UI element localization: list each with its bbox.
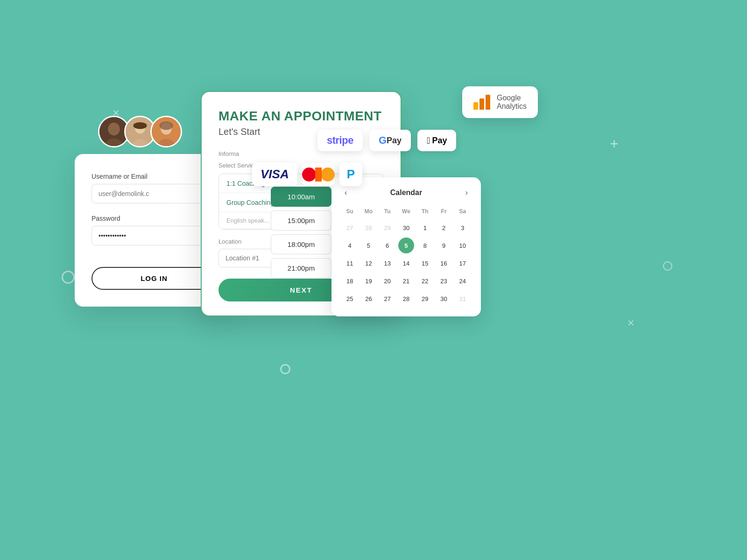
avatar-3 <box>150 116 182 147</box>
cal-header-fr: Fr <box>435 206 452 218</box>
cal-day-21[interactable]: 21 <box>398 273 414 289</box>
cal-day-20[interactable]: 20 <box>380 273 395 289</box>
mastercard-badge <box>302 163 335 186</box>
username-label: Username or Email <box>92 173 217 180</box>
cal-day-6[interactable]: 6 <box>380 238 395 253</box>
avatar-group <box>98 116 182 147</box>
time-slot-2[interactable]: 15:00pm <box>271 210 331 231</box>
stripe-badge: stripe <box>317 130 363 151</box>
ga-bar-2 <box>479 98 484 110</box>
cal-day-9[interactable]: 9 <box>436 238 452 253</box>
gpay-g: G <box>379 134 387 147</box>
login-button[interactable]: LOG IN <box>92 267 217 290</box>
cal-day-1[interactable]: 1 <box>417 220 433 236</box>
cal-day-27[interactable]: 27 <box>380 291 395 307</box>
cal-day-13[interactable]: 13 <box>380 255 395 271</box>
cal-day-today[interactable]: 5 <box>398 238 414 253</box>
cal-day-29-prev: 29 <box>380 220 395 236</box>
password-label: Password <box>92 215 217 222</box>
deco-plus-1: + <box>610 135 619 153</box>
cal-header-th: Th <box>416 206 434 218</box>
cal-day-3[interactable]: 3 <box>455 220 471 236</box>
cal-title: Calendar <box>390 189 422 197</box>
mc-red-circle <box>302 168 316 182</box>
cal-prev[interactable]: ‹ <box>341 187 351 199</box>
deco-circle-3 <box>663 261 672 271</box>
paypal-icon: P <box>347 167 355 182</box>
time-slot-3[interactable]: 18:00pm <box>271 234 331 254</box>
password-input[interactable] <box>92 226 217 245</box>
deco-circle-4 <box>280 364 290 374</box>
cal-day-25[interactable]: 25 <box>342 291 358 307</box>
cal-day-22[interactable]: 22 <box>417 273 433 289</box>
cal-header: ‹ Calendar › <box>341 187 472 199</box>
deco-circle-2 <box>62 271 75 284</box>
cal-header-tu: Tu <box>379 206 396 218</box>
cal-day-28[interactable]: 28 <box>398 291 414 307</box>
visa-label: VISA <box>261 167 289 182</box>
cal-next[interactable]: › <box>462 187 472 199</box>
cal-day-30[interactable]: 30 <box>436 291 452 307</box>
cal-day-16[interactable]: 16 <box>436 255 452 271</box>
cal-header-we: We <box>397 206 415 218</box>
calendar-card: ‹ Calendar › Su Mo Tu We Th Fr Sa 27 28 … <box>331 177 481 316</box>
cal-header-sa: Sa <box>454 206 472 218</box>
ga-bar-3 <box>486 95 490 110</box>
username-input[interactable] <box>92 184 217 203</box>
cal-day-24[interactable]: 24 <box>455 273 471 289</box>
ga-analytics-label: Analytics <box>497 102 527 111</box>
cal-day-29[interactable]: 29 <box>417 291 433 307</box>
cal-grid: Su Mo Tu We Th Fr Sa 27 28 29 30 1 2 3 4… <box>341 206 472 307</box>
gpay-text: Pay <box>387 136 402 146</box>
mc-overlap <box>315 168 322 182</box>
cal-day-10[interactable]: 10 <box>455 238 471 253</box>
gpay-badge: G Pay <box>369 130 411 151</box>
visa-badge: VISA <box>252 162 297 186</box>
cal-day-5[interactable]: 5 <box>360 238 376 253</box>
time-slot-1[interactable]: 10:00am <box>271 187 331 207</box>
cal-day-18[interactable]: 18 <box>342 273 358 289</box>
cal-day-12[interactable]: 12 <box>360 255 376 271</box>
ga-text: Google Analytics <box>497 94 527 111</box>
stripe-label: stripe <box>327 134 353 147</box>
cal-day-26[interactable]: 26 <box>360 291 376 307</box>
cal-day-4[interactable]: 4 <box>342 238 358 253</box>
cal-day-30[interactable]: 30 <box>398 220 414 236</box>
cal-day-17[interactable]: 17 <box>455 255 471 271</box>
paypal-badge: P <box>339 162 362 186</box>
cal-day-27-prev: 27 <box>342 220 358 236</box>
cal-day-28-prev: 28 <box>360 220 376 236</box>
time-slots: 10:00am 15:00pm 18:00pm 21:00pm <box>271 187 331 278</box>
svg-point-1 <box>108 123 120 135</box>
apple-pay-badge:  Pay <box>417 130 456 151</box>
apple-icon:  <box>427 135 430 146</box>
cal-day-19[interactable]: 19 <box>360 273 376 289</box>
cal-day-15[interactable]: 15 <box>417 255 433 271</box>
google-analytics-badge: Google Analytics <box>462 86 538 118</box>
cal-day-2[interactable]: 2 <box>436 220 452 236</box>
ga-bar-1 <box>473 102 478 110</box>
info-label: Informa <box>218 150 384 157</box>
cal-header-mo: Mo <box>359 206 377 218</box>
ga-google-label: Google <box>497 94 527 102</box>
svg-point-10 <box>159 121 173 130</box>
cal-day-14[interactable]: 14 <box>398 255 414 271</box>
cal-day-23[interactable]: 23 <box>436 273 452 289</box>
svg-point-6 <box>133 122 147 129</box>
mc-orange-circle <box>321 168 335 182</box>
apple-pay-text: Pay <box>432 136 447 146</box>
cal-day-31: 31 <box>455 291 471 307</box>
appt-title: MAKE AN APPOINTMENT <box>218 109 384 124</box>
cal-day-11[interactable]: 11 <box>342 255 358 271</box>
time-slot-4[interactable]: 21:00pm <box>271 258 331 278</box>
deco-x-3: ✕ <box>627 317 635 329</box>
cal-day-8[interactable]: 8 <box>417 238 433 253</box>
ga-icon <box>473 95 490 110</box>
cal-header-su: Su <box>341 206 359 218</box>
